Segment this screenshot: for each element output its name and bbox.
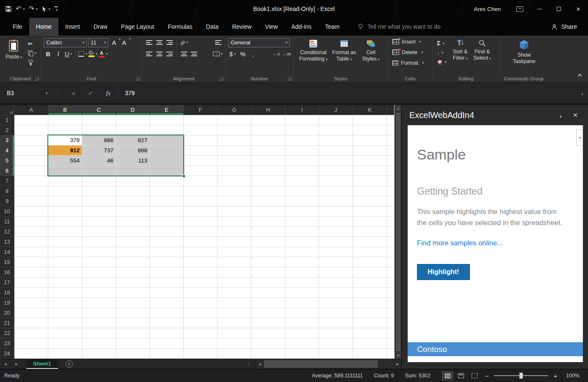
cell-E9[interactable] xyxy=(150,196,184,206)
cell-B4[interactable]: 912 xyxy=(48,146,82,156)
cell-I14[interactable] xyxy=(285,247,319,257)
cell-C1[interactable] xyxy=(82,115,116,125)
column-header-J[interactable]: J xyxy=(319,105,353,115)
cell-A20[interactable] xyxy=(14,308,48,318)
cell-I3[interactable] xyxy=(285,135,319,146)
cell-B11[interactable] xyxy=(48,217,82,227)
cell-D20[interactable] xyxy=(116,308,150,318)
cell-A9[interactable] xyxy=(14,196,48,206)
cell-D5[interactable]: 113 xyxy=(116,156,150,166)
cell-D22[interactable] xyxy=(116,328,150,338)
insert-cells-button[interactable]: + Insert xyxy=(391,36,430,47)
cell-C15[interactable] xyxy=(82,257,116,267)
font-name-combo[interactable]: Calibri xyxy=(44,38,87,47)
cell-H14[interactable] xyxy=(251,247,285,257)
row-header-17[interactable]: 17 xyxy=(0,278,14,288)
scroll-up-button[interactable]: ▴ xyxy=(395,105,401,112)
cell-E21[interactable] xyxy=(150,318,184,328)
top-align-button[interactable] xyxy=(145,38,154,47)
scroll-left-button[interactable]: ◂ xyxy=(256,362,264,366)
cell-K2[interactable] xyxy=(353,125,387,135)
cell-H18[interactable] xyxy=(251,288,285,298)
cell-F20[interactable] xyxy=(184,308,218,318)
tab-data[interactable]: Data xyxy=(199,18,226,36)
cell-G12[interactable] xyxy=(218,227,251,237)
cell-I19[interactable] xyxy=(285,298,319,308)
cell-G4[interactable] xyxy=(218,146,251,156)
formula-input[interactable]: 379 xyxy=(118,86,575,100)
cell-G11[interactable] xyxy=(218,217,251,227)
cell-A14[interactable] xyxy=(14,247,48,257)
cell-J19[interactable] xyxy=(319,298,353,308)
row-header-6[interactable]: 6 xyxy=(0,166,14,176)
cell-styles-button[interactable]: Cell Styles xyxy=(359,38,383,75)
cell-F17[interactable] xyxy=(184,278,218,288)
cell-C6[interactable] xyxy=(82,166,116,176)
tab-page-layout[interactable]: Page Layout xyxy=(114,18,161,36)
cell-C16[interactable] xyxy=(82,267,116,278)
status-average[interactable]: Average: 589.1111111 xyxy=(312,373,363,379)
copy-button[interactable] xyxy=(28,49,36,57)
align-left-button[interactable] xyxy=(145,49,154,59)
cell-K13[interactable] xyxy=(353,237,387,247)
cell-J15[interactable] xyxy=(319,257,353,267)
cell-A5[interactable] xyxy=(14,156,48,166)
cell-A16[interactable] xyxy=(14,267,48,278)
cell-B9[interactable] xyxy=(48,196,82,206)
cell-D2[interactable] xyxy=(116,125,150,135)
next-sheet-button[interactable]: ▸ xyxy=(11,361,22,367)
cell-I23[interactable] xyxy=(285,338,319,349)
cell-K16[interactable] xyxy=(353,267,387,278)
cell-C12[interactable] xyxy=(82,227,116,237)
cell-G14[interactable] xyxy=(218,247,251,257)
cell-C22[interactable] xyxy=(82,328,116,338)
cell-G24[interactable] xyxy=(218,349,251,359)
cell-C9[interactable] xyxy=(82,196,116,206)
column-header-K[interactable]: K xyxy=(353,105,387,115)
row-header-14[interactable]: 14 xyxy=(0,247,14,257)
cell-G23[interactable] xyxy=(218,338,251,349)
row-header-11[interactable]: 11 xyxy=(0,217,14,227)
cell-K20[interactable] xyxy=(353,308,387,318)
increase-font-size-button[interactable]: A xyxy=(110,38,119,47)
align-center-button[interactable] xyxy=(155,49,164,59)
cell-I10[interactable] xyxy=(285,206,319,217)
cell-F22[interactable] xyxy=(184,328,218,338)
task-pane-collapse-button[interactable]: ◂ xyxy=(576,129,583,146)
collapse-ribbon-button[interactable] xyxy=(578,71,581,79)
cell-K7[interactable] xyxy=(353,176,387,186)
row-header-3[interactable]: 3 xyxy=(0,135,14,146)
cell-C3[interactable]: 866 xyxy=(82,135,116,146)
formula-bar-handle[interactable]: ⋮ xyxy=(51,90,65,96)
cell-G8[interactable] xyxy=(218,186,251,196)
cell-J22[interactable] xyxy=(319,328,353,338)
cell-I20[interactable] xyxy=(285,308,319,318)
cell-B17[interactable] xyxy=(48,278,82,288)
cell-D14[interactable] xyxy=(116,247,150,257)
cell-I22[interactable] xyxy=(285,328,319,338)
cell-A24[interactable] xyxy=(14,349,48,359)
cell-I17[interactable] xyxy=(285,278,319,288)
status-sum[interactable]: Sum: 5302 xyxy=(405,373,431,379)
cell-K21[interactable] xyxy=(353,318,387,328)
cell-F2[interactable] xyxy=(184,125,218,135)
wrap-text-button[interactable] xyxy=(214,38,223,47)
row-header-23[interactable]: 23 xyxy=(0,338,14,349)
fill-color-button[interactable] xyxy=(88,49,97,59)
cell-E7[interactable] xyxy=(150,176,184,186)
cell-B20[interactable] xyxy=(48,308,82,318)
cell-B13[interactable] xyxy=(48,237,82,247)
orientation-button[interactable]: ab xyxy=(179,38,188,47)
column-header-E[interactable]: E xyxy=(150,105,184,115)
cell-F15[interactable] xyxy=(184,257,218,267)
row-header-4[interactable]: 4 xyxy=(0,146,14,156)
cell-B16[interactable] xyxy=(48,267,82,278)
cell-E8[interactable] xyxy=(150,186,184,196)
tab-formulas[interactable]: Formulas xyxy=(161,18,199,36)
tab-view[interactable]: View xyxy=(258,18,284,36)
zoom-level[interactable]: 100% xyxy=(566,373,580,379)
close-button[interactable]: × xyxy=(569,0,588,18)
row-header-18[interactable]: 18 xyxy=(0,288,14,298)
cut-button[interactable]: ✂ xyxy=(28,40,36,48)
cell-G6[interactable] xyxy=(218,166,251,176)
